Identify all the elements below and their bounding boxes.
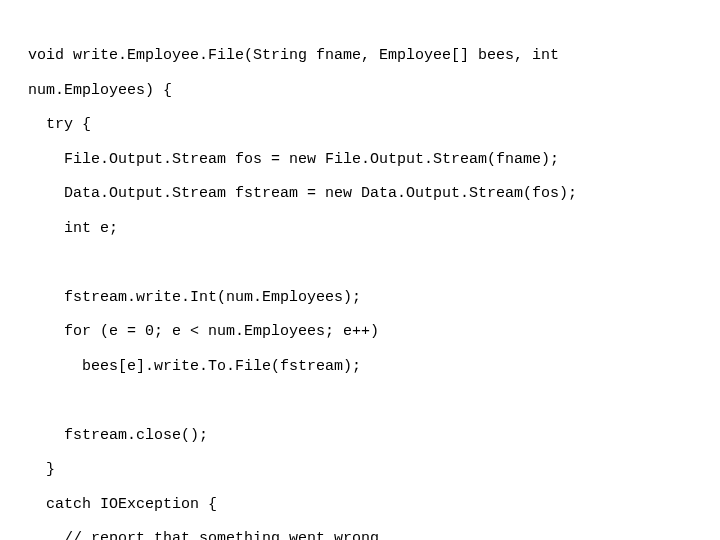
code-line: int e; — [28, 220, 692, 237]
code-line: File.Output.Stream fos = new File.Output… — [28, 151, 692, 168]
code-line: for (e = 0; e < num.Employees; e++) — [28, 323, 692, 340]
code-line: try { — [28, 116, 692, 133]
code-line: catch IOException { — [28, 496, 692, 513]
code-line — [28, 392, 692, 409]
code-line: } — [28, 461, 692, 478]
code-line: bees[e].write.To.File(fstream); — [28, 358, 692, 375]
code-line: fstream.write.Int(num.Employees); — [28, 289, 692, 306]
code-line — [28, 254, 692, 271]
code-line: Data.Output.Stream fstream = new Data.Ou… — [28, 185, 692, 202]
code-line: // report that something went wrong — [28, 530, 692, 540]
code-line: void write.Employee.File(String fname, E… — [28, 47, 692, 64]
code-block: void write.Employee.File(String fname, E… — [0, 0, 720, 540]
code-line: num.Employees) { — [28, 82, 692, 99]
code-line: fstream.close(); — [28, 427, 692, 444]
